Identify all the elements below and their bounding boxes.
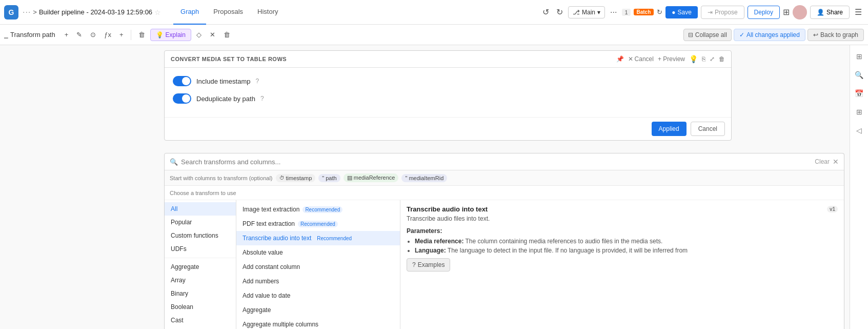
right-sidebar: ⊞ 🔍 📅 ⊞ ◁ bbox=[850, 45, 868, 329]
diamond-button[interactable]: ◇ bbox=[193, 29, 205, 41]
branch-chevron: ▾ bbox=[597, 9, 600, 16]
cat-udfs[interactable]: UDFs bbox=[165, 242, 236, 256]
transform-label: Add value to date bbox=[243, 292, 290, 299]
deploy-button[interactable]: Deploy bbox=[748, 6, 780, 19]
timestamp-help-icon[interactable]: ? bbox=[256, 78, 259, 85]
preview-button[interactable]: + Preview bbox=[658, 55, 685, 63]
save-label: Save bbox=[678, 9, 692, 16]
detail-title-text: Transcribe audio into text bbox=[407, 205, 488, 213]
transform-image-text[interactable]: Image text extraction Recommended bbox=[236, 202, 400, 217]
sidebar-table-icon[interactable]: ⊞ bbox=[852, 105, 866, 119]
main-content: CONVERT MEDIA SET TO TABLE ROWS 📌 ✕ Canc… bbox=[0, 45, 868, 329]
star-icon[interactable]: ☆ bbox=[154, 8, 161, 16]
sidebar-search-icon[interactable]: 🔍 bbox=[852, 68, 866, 82]
transforms-column: Image text extraction Recommended PDF te… bbox=[236, 200, 400, 329]
branch-label: Main bbox=[582, 9, 595, 16]
cancel-convert-button[interactable]: ✕ Cancel bbox=[628, 55, 654, 63]
applied-button[interactable]: Applied bbox=[652, 122, 687, 136]
add-path-button[interactable]: + bbox=[62, 29, 72, 41]
tag-mediaReference[interactable]: ▤ mediaReference bbox=[344, 173, 399, 182]
redo-button[interactable]: ↻ bbox=[554, 5, 565, 19]
undo-button[interactable]: ↺ bbox=[540, 5, 551, 19]
cat-binary[interactable]: Binary bbox=[165, 287, 236, 300]
collapse-icon: ⊟ bbox=[688, 31, 693, 38]
explain-button[interactable]: 💡 Explain bbox=[150, 29, 191, 41]
batch-badge: Batch bbox=[634, 9, 654, 15]
grid-icon[interactable]: ⊞ bbox=[783, 7, 790, 17]
start-with-row: Start with columns to transform (optiona… bbox=[165, 170, 844, 186]
search-row: 🔍 Clear ✕ bbox=[165, 153, 844, 170]
transform-absolute-value[interactable]: Absolute value bbox=[236, 245, 400, 260]
tag-path[interactable]: " path bbox=[318, 174, 340, 182]
plus-button[interactable]: + bbox=[116, 29, 127, 41]
convert-footer: Applied Cancel bbox=[165, 117, 731, 140]
more-dots[interactable]: ··· bbox=[23, 8, 31, 17]
nav-proposals[interactable]: Proposals bbox=[206, 0, 250, 25]
transform-aggregate[interactable]: Aggregate bbox=[236, 303, 400, 317]
transform-add-constant[interactable]: Add constant column bbox=[236, 260, 400, 274]
collapse-label: Collapse all bbox=[695, 31, 727, 38]
transform-add-numbers[interactable]: Add numbers bbox=[236, 274, 400, 288]
close-toolbar-button[interactable]: ✕ bbox=[207, 29, 218, 41]
propose-button[interactable]: ⇥ Propose bbox=[701, 6, 744, 19]
propose-label: Propose bbox=[715, 9, 738, 16]
app-logo: G bbox=[4, 5, 18, 20]
recommended-badge: Recommended bbox=[298, 221, 338, 227]
edit-button[interactable]: ✎ bbox=[73, 29, 85, 41]
cat-cast[interactable]: Cast bbox=[165, 314, 236, 327]
refresh-icon[interactable]: ↻ bbox=[657, 8, 662, 16]
cat-popular[interactable]: Popular bbox=[165, 216, 236, 229]
categories-column: All Popular Custom functions UDFs Aggreg… bbox=[165, 200, 236, 329]
transform-add-value-date[interactable]: Add value to date bbox=[236, 288, 400, 303]
branch-selector[interactable]: ⎇ Main ▾ bbox=[568, 6, 605, 18]
back-icon: ↩ bbox=[813, 31, 818, 38]
clear-label[interactable]: Clear bbox=[815, 158, 830, 165]
cat-array[interactable]: Array bbox=[165, 274, 236, 287]
more-options-button[interactable]: ··· bbox=[608, 6, 619, 19]
param-language: Language: The language to detect in the … bbox=[415, 247, 838, 254]
tag-timestamp[interactable]: timestamp bbox=[276, 174, 316, 182]
save-button[interactable]: ● Save bbox=[665, 6, 698, 18]
timestamp-toggle[interactable] bbox=[173, 76, 191, 86]
sidebar-grid-icon[interactable]: ⊞ bbox=[852, 49, 866, 64]
detail-params-list: Media reference: The column containing m… bbox=[407, 238, 838, 254]
transform-search-panel: 🔍 Clear ✕ Start with columns to transfor… bbox=[164, 153, 844, 329]
close-search-icon[interactable]: ✕ bbox=[833, 158, 839, 166]
transform-aggregate-multi[interactable]: Aggregate multiple columns bbox=[236, 317, 400, 329]
transform-label: Add constant column bbox=[243, 263, 300, 270]
transform-transcribe-audio[interactable]: Transcribe audio into text Recommended bbox=[236, 231, 400, 245]
deduplicate-help-icon[interactable]: ? bbox=[260, 95, 264, 102]
transform-pdf-text[interactable]: PDF text extraction Recommended bbox=[236, 217, 400, 231]
timestamp-row: Include timestamp ? bbox=[173, 76, 723, 86]
share-button[interactable]: 👤 Share bbox=[810, 6, 850, 19]
tag-mediaItemRid[interactable]: " mediaItemRid bbox=[401, 174, 447, 182]
examples-button[interactable]: ? Examples bbox=[407, 258, 450, 272]
zoom-button[interactable]: ⊙ bbox=[87, 29, 99, 41]
cat-all[interactable]: All bbox=[165, 202, 236, 216]
collapse-all-button[interactable]: ⊟ Collapse all bbox=[683, 29, 732, 41]
formula-button[interactable]: ƒx bbox=[101, 29, 114, 41]
deduplicate-toggle[interactable] bbox=[173, 93, 191, 104]
search-input[interactable] bbox=[181, 158, 812, 166]
bulb-icon-btn[interactable]: 💡 bbox=[689, 55, 698, 63]
recommended-badge: Recommended bbox=[302, 206, 342, 213]
nav-history[interactable]: History bbox=[250, 0, 285, 25]
transform-label: Aggregate multiple columns bbox=[243, 321, 318, 328]
back-to-graph-button[interactable]: ↩ Back to graph bbox=[808, 29, 864, 41]
delete-convert-btn[interactable]: 🗑 bbox=[719, 55, 725, 63]
all-changes-button[interactable]: ✓ All changes applied bbox=[734, 29, 805, 41]
expand-icon-btn[interactable]: ⤢ bbox=[710, 55, 715, 63]
hamburger-button[interactable]: ☰ bbox=[853, 5, 864, 19]
nav-graph[interactable]: Graph bbox=[173, 0, 206, 25]
cat-boolean[interactable]: Boolean bbox=[165, 300, 236, 314]
cat-aggregate[interactable]: Aggregate bbox=[165, 260, 236, 274]
transform-label: Image text extraction bbox=[243, 206, 299, 213]
cat-custom[interactable]: Custom functions bbox=[165, 229, 236, 242]
cancel-footer-button[interactable]: Cancel bbox=[691, 122, 725, 136]
copy-icon-btn[interactable]: ⎘ bbox=[702, 55, 705, 63]
trash-button[interactable]: 🗑 bbox=[220, 29, 233, 41]
delete-path-button[interactable]: 🗑 bbox=[135, 29, 148, 41]
sidebar-calendar-icon[interactable]: 📅 bbox=[852, 86, 866, 101]
convert-title: CONVERT MEDIA SET TO TABLE ROWS bbox=[171, 56, 612, 62]
sidebar-collapse-icon[interactable]: ◁ bbox=[852, 123, 866, 138]
